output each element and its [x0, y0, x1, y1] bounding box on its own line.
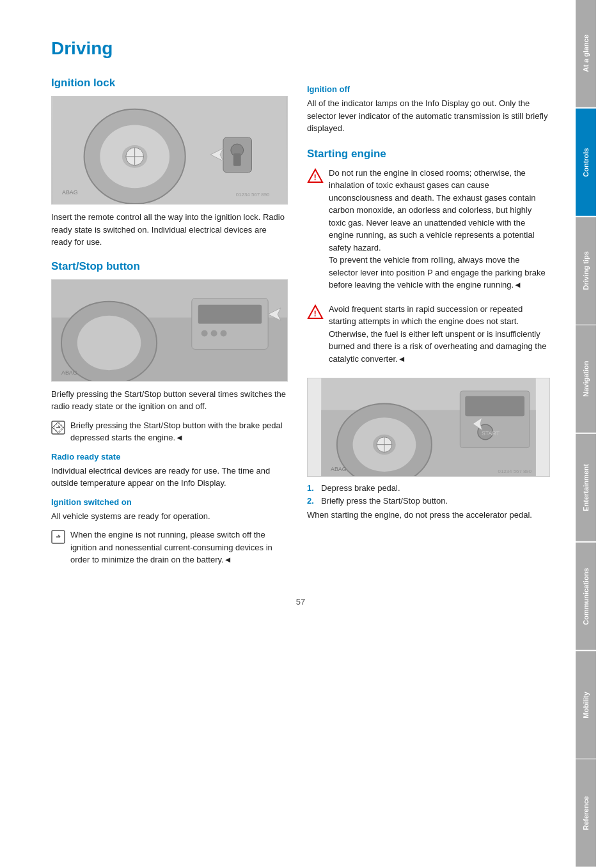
svg-text:01234 567 890: 01234 567 890	[236, 192, 270, 198]
radio-ready-title: Radio ready state	[51, 452, 288, 461]
start-stop-title: Start/Stop button	[51, 260, 288, 273]
warning-box-2: ! Avoid frequent starts in rapid success…	[307, 303, 550, 371]
sidebar-tab-controls[interactable]: Controls	[576, 109, 596, 216]
warning-box-1: ! Do not run the engine in closed rooms;…	[307, 167, 550, 297]
note-icon	[51, 421, 65, 435]
start-stop-section: Start/Stop button	[51, 260, 288, 566]
starting-engine-title: Starting engine	[307, 148, 550, 160]
svg-text:!: !	[314, 309, 317, 318]
svg-text:ABAG: ABAG	[61, 369, 77, 376]
svg-text:ABAG: ABAG	[62, 189, 78, 196]
starting-engine-section: Starting engine ! Do not run the engine …	[307, 148, 550, 522]
start-stop-note-box: Briefly pressing the Start/Stop button w…	[51, 419, 288, 444]
svg-point-16	[77, 316, 141, 371]
step-2-text: Briefly press the Start/Stop button.	[321, 496, 448, 506]
ignition-off-title: Ignition off	[307, 84, 550, 94]
svg-text:01234 567 890: 01234 567 890	[498, 469, 532, 474]
ignition-on-body: All vehicle systems are ready for operat…	[51, 510, 288, 523]
step-1-text: Depress brake pedal.	[321, 483, 400, 493]
sidebar-tab-driving-tips[interactable]: Driving tips	[576, 217, 596, 325]
ignition-on-note-box: When the engine is not running, please s…	[51, 529, 288, 566]
svg-text:ABAG: ABAG	[331, 466, 347, 472]
sidebar-tab-reference[interactable]: Reference	[576, 759, 596, 867]
starting-engine-image: START ABAG 01234 567 890	[307, 378, 550, 477]
sidebar-tab-mobility[interactable]: Mobility	[576, 651, 596, 759]
warning-icon-2: !	[307, 304, 324, 321]
radio-ready-body: Individual electrical devices are ready …	[51, 465, 288, 490]
ignition-on-title: Ignition switched on	[51, 497, 288, 507]
warning-2-text: Avoid frequent starts in rapid successio…	[329, 303, 550, 366]
sidebar-tab-navigation[interactable]: Navigation	[576, 325, 596, 433]
ignition-on-note-text: When the engine is not running, please s…	[70, 529, 288, 566]
page-number: 57	[51, 597, 550, 607]
svg-point-19	[201, 330, 208, 337]
sidebar-tab-communications[interactable]: Communications	[576, 543, 596, 650]
right-column: Ignition off All of the indicator lamps …	[307, 77, 550, 578]
svg-rect-18	[198, 305, 262, 324]
warning-1-text: Do not run the engine in closed rooms; o…	[329, 167, 550, 291]
svg-text:!: !	[314, 173, 317, 182]
main-content: Driving Ignition lock	[0, 0, 576, 868]
warning-icon-1: !	[307, 168, 324, 185]
svg-rect-45	[465, 396, 524, 417]
page-title: Driving	[51, 38, 550, 59]
step-1-num: 1.	[307, 483, 317, 493]
step-1: 1. Depress brake pedal.	[307, 483, 550, 493]
start-stop-body: Briefly pressing the Start/Stop button s…	[51, 388, 288, 413]
start-stop-note-text: Briefly pressing the Start/Stop button w…	[70, 419, 288, 444]
closing-text: When starting the engine, do not press t…	[307, 509, 550, 522]
ignition-lock-body: Insert the remote control all the way in…	[51, 211, 288, 249]
step-2: 2. Briefly press the Start/Stop button.	[307, 496, 550, 506]
ignition-lock-image: ABAG 01234 567 890	[51, 96, 288, 205]
svg-point-21	[221, 330, 227, 337]
ignition-lock-title: Ignition lock	[51, 77, 288, 89]
svg-rect-9	[233, 153, 241, 166]
sidebar-tab-at-a-glance[interactable]: At a glance	[576, 0, 596, 107]
ignition-off-body: All of the indicator lamps on the Info D…	[307, 97, 550, 135]
sidebar-tab-entertainment[interactable]: Entertainment	[576, 434, 596, 541]
svg-text:START: START	[482, 430, 500, 437]
left-column: Ignition lock	[51, 77, 288, 578]
ignition-lock-section: Ignition lock	[51, 77, 288, 249]
step-2-num: 2.	[307, 496, 317, 506]
svg-point-20	[211, 330, 217, 337]
ignition-on-note-icon	[51, 530, 65, 544]
sidebar: At a glance Controls Driving tips Naviga…	[576, 0, 596, 868]
start-stop-image: ABAG	[51, 279, 288, 382]
